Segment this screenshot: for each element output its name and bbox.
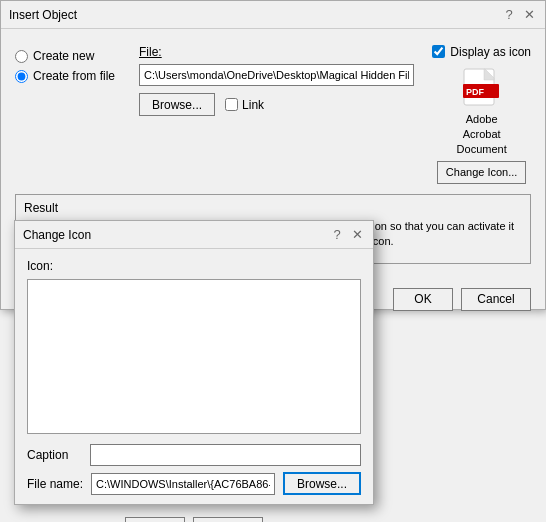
icon-preview: PDF Adobe Acrobat Document bbox=[457, 67, 507, 157]
change-icon-title: Change Icon bbox=[23, 228, 91, 242]
create-new-label: Create new bbox=[33, 49, 94, 63]
right-panel: Display as icon PDF Adobe Acrobat Docume… bbox=[432, 45, 531, 184]
radio-group: Create new Create from file bbox=[15, 49, 115, 83]
icon-caption-line3: Document bbox=[457, 143, 507, 156]
caption-input[interactable] bbox=[90, 444, 361, 466]
file-actions: Browse... Link bbox=[139, 93, 414, 116]
display-as-icon-label: Display as icon bbox=[450, 45, 531, 59]
ci-cancel-button[interactable]: Cancel bbox=[193, 517, 263, 522]
insert-dialog-titlebar: Insert Object ? ✕ bbox=[1, 1, 545, 29]
icon-caption-line1: Adobe bbox=[466, 113, 498, 126]
change-icon-footer: OK Cancel bbox=[15, 509, 373, 522]
filename-input[interactable] bbox=[91, 473, 275, 495]
top-section: Create new Create from file File: Browse… bbox=[15, 45, 531, 184]
display-icon-section: Display as icon bbox=[432, 45, 531, 59]
insert-ok-button[interactable]: OK bbox=[393, 288, 453, 311]
link-checkbox[interactable] bbox=[225, 98, 238, 111]
file-section: File: Browse... Link bbox=[139, 45, 414, 116]
filename-label: File name: bbox=[27, 477, 83, 491]
ci-ok-button[interactable]: OK bbox=[125, 517, 185, 522]
create-new-radio-item: Create new bbox=[15, 49, 115, 63]
insert-help-button[interactable]: ? bbox=[501, 7, 517, 23]
change-icon-titlebar: Change Icon ? ✕ bbox=[15, 221, 373, 249]
center-panel: File: Browse... Link bbox=[139, 45, 414, 184]
left-panel: Create new Create from file bbox=[15, 45, 129, 184]
insert-cancel-button[interactable]: Cancel bbox=[461, 288, 531, 311]
change-icon-help-button[interactable]: ? bbox=[329, 227, 345, 243]
filename-row: File name: Browse... bbox=[27, 472, 361, 495]
caption-row: Caption bbox=[27, 444, 361, 466]
create-file-label: Create from file bbox=[33, 69, 115, 83]
link-label: Link bbox=[242, 98, 264, 112]
change-icon-body: Icon: Caption File name: Browse... bbox=[15, 249, 373, 505]
change-icon-controls: ? ✕ bbox=[329, 227, 365, 243]
file-label: File: bbox=[139, 45, 414, 59]
result-label: Result bbox=[24, 201, 522, 215]
svg-text:PDF: PDF bbox=[466, 87, 485, 97]
icon-grid-area[interactable] bbox=[27, 279, 361, 434]
caption-label: Caption bbox=[27, 448, 82, 462]
change-icon-button[interactable]: Change Icon... bbox=[437, 161, 527, 184]
create-file-radio[interactable] bbox=[15, 70, 28, 83]
insert-dialog-title: Insert Object bbox=[9, 8, 77, 22]
display-as-icon-checkbox[interactable] bbox=[432, 45, 445, 58]
link-checkbox-item: Link bbox=[225, 98, 264, 112]
ci-browse-button[interactable]: Browse... bbox=[283, 472, 361, 495]
browse-button[interactable]: Browse... bbox=[139, 93, 215, 116]
pdf-icon: PDF bbox=[462, 67, 502, 111]
pdf-icon-svg: PDF bbox=[463, 68, 501, 110]
icon-field-label: Icon: bbox=[27, 259, 361, 273]
insert-titlebar-controls: ? ✕ bbox=[501, 7, 537, 23]
file-input[interactable] bbox=[139, 64, 414, 86]
change-icon-close-button[interactable]: ✕ bbox=[349, 227, 365, 243]
icon-caption-line2: Acrobat bbox=[463, 128, 501, 141]
change-icon-dialog: Change Icon ? ✕ Icon: Caption File name:… bbox=[14, 220, 374, 505]
create-new-radio[interactable] bbox=[15, 50, 28, 63]
create-file-radio-item: Create from file bbox=[15, 69, 115, 83]
insert-close-button[interactable]: ✕ bbox=[521, 7, 537, 23]
